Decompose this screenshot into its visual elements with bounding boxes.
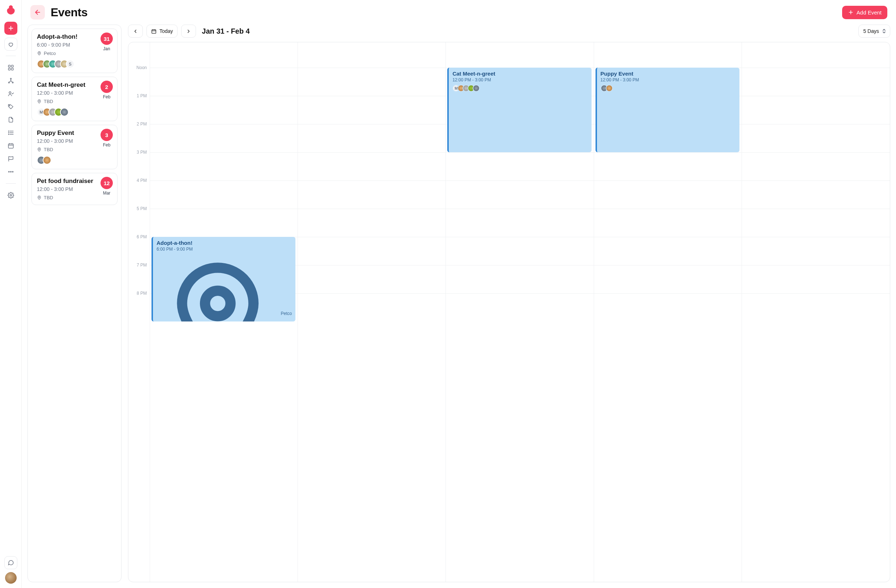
list-icon bbox=[8, 129, 14, 136]
nav-calendar[interactable] bbox=[5, 139, 17, 152]
day-column[interactable]: Adopt-a-thon!6:00 PM - 9:00 PMPetcoS bbox=[150, 42, 298, 582]
svg-point-17 bbox=[39, 52, 40, 53]
cal-event-time: 12:00 PM - 3:00 PM bbox=[453, 78, 588, 82]
svg-point-11 bbox=[8, 134, 9, 135]
cal-event-title: Cat Meet-n-greet bbox=[453, 70, 588, 77]
calendar-prev-button[interactable] bbox=[128, 24, 143, 38]
svg-rect-3 bbox=[11, 69, 13, 70]
nav-tags[interactable] bbox=[5, 100, 17, 113]
location-pin-icon bbox=[37, 195, 41, 200]
cal-event-time: 6:00 PM - 9:00 PM bbox=[157, 247, 292, 252]
location-pin-icon bbox=[37, 147, 41, 152]
calendar-event[interactable]: Cat Meet-n-greet12:00 PM - 3:00 PMM bbox=[447, 68, 591, 152]
location-pin-icon bbox=[157, 253, 279, 321]
calendar-grid[interactable]: Noon1 PM2 PM3 PM4 PM5 PM6 PM7 PM8 PM Ado… bbox=[128, 42, 890, 582]
hour-label: 7 PM bbox=[137, 262, 147, 268]
calendar-icon bbox=[8, 142, 14, 149]
calendar-event[interactable]: Puppy Event12:00 PM - 3:00 PM bbox=[596, 68, 739, 152]
attendee-avatar bbox=[43, 156, 51, 165]
svg-point-7 bbox=[9, 91, 11, 93]
page-title: Events bbox=[50, 6, 87, 19]
svg-rect-21 bbox=[152, 30, 156, 33]
event-card[interactable]: Adopt-a-thon!6:00 - 9:00 PMPetco31JanS bbox=[32, 29, 117, 73]
nav-add-button[interactable] bbox=[5, 22, 17, 35]
event-card[interactable]: Puppy Event12:00 - 3:00 PMTBD3Feb bbox=[32, 125, 117, 169]
svg-point-13 bbox=[8, 171, 9, 172]
day-column[interactable]: Cat Meet-n-greet12:00 PM - 3:00 PMM bbox=[446, 42, 594, 582]
file-icon bbox=[8, 116, 14, 123]
day-column[interactable]: Puppy Event12:00 PM - 3:00 PM bbox=[594, 42, 742, 582]
attendee-avatar bbox=[606, 85, 613, 92]
add-event-label: Add Event bbox=[856, 9, 882, 15]
nav-chat-button[interactable] bbox=[5, 556, 17, 569]
hour-label: 2 PM bbox=[137, 122, 147, 126]
nav-heart-button[interactable] bbox=[5, 38, 17, 50]
events-list-panel: Adopt-a-thon!6:00 - 9:00 PMPetco31JanSCa… bbox=[27, 24, 122, 582]
grid-icon bbox=[8, 64, 14, 71]
event-card-location: TBD bbox=[44, 99, 53, 104]
hour-label: 6 PM bbox=[137, 234, 147, 239]
nav-user-avatar[interactable] bbox=[5, 572, 17, 583]
location-pin-icon bbox=[37, 51, 41, 56]
app-logo-icon bbox=[5, 5, 17, 16]
event-date-month: Jan bbox=[101, 46, 113, 51]
event-card[interactable]: Pet food fundraiser12:00 - 3:00 PMTBD12M… bbox=[32, 173, 117, 205]
event-date-day: 12 bbox=[101, 177, 113, 189]
nav-more[interactable] bbox=[5, 165, 17, 178]
calendar-event[interactable]: Adopt-a-thon!6:00 PM - 9:00 PMPetcoS bbox=[151, 237, 296, 321]
event-date-badge: 2Feb bbox=[101, 81, 113, 99]
event-date-day: 31 bbox=[101, 32, 113, 45]
calendar-toolbar: Today Jan 31 - Feb 4 5 Days bbox=[128, 24, 890, 38]
attendee-avatar bbox=[472, 85, 480, 92]
nav-network[interactable] bbox=[5, 74, 17, 87]
svg-point-20 bbox=[39, 197, 40, 198]
event-date-badge: 12Mar bbox=[101, 177, 113, 196]
hour-label: Noon bbox=[136, 65, 147, 70]
day-column[interactable] bbox=[742, 42, 890, 582]
calendar-today-button[interactable]: Today bbox=[146, 24, 178, 38]
nav-dashboard[interactable] bbox=[5, 61, 17, 74]
event-date-month: Mar bbox=[101, 190, 113, 196]
day-column[interactable] bbox=[298, 42, 446, 582]
svg-point-22 bbox=[205, 291, 231, 317]
svg-point-15 bbox=[12, 171, 13, 172]
attendee-avatar bbox=[60, 108, 69, 116]
user-check-icon bbox=[8, 90, 14, 97]
svg-rect-12 bbox=[8, 144, 14, 148]
svg-point-19 bbox=[39, 149, 40, 150]
attendee-avatar: S bbox=[66, 60, 75, 69]
cal-event-title: Adopt-a-thon! bbox=[157, 240, 292, 246]
event-date-month: Feb bbox=[101, 94, 113, 99]
event-card-location: Petco bbox=[44, 50, 56, 56]
svg-point-16 bbox=[10, 195, 12, 197]
nav-lists[interactable] bbox=[5, 126, 17, 139]
arrow-left-icon bbox=[34, 9, 41, 16]
event-card[interactable]: Cat Meet-n-greet12:00 - 3:00 PMTBD2FebM bbox=[32, 77, 117, 121]
calendar-view-select[interactable]: 5 Days bbox=[858, 24, 890, 38]
page-header: Events Add Event bbox=[22, 0, 896, 24]
svg-rect-2 bbox=[8, 69, 10, 70]
nav-files[interactable] bbox=[5, 113, 17, 126]
more-icon bbox=[8, 169, 14, 175]
hour-label: 5 PM bbox=[137, 206, 147, 211]
svg-point-18 bbox=[39, 101, 40, 102]
add-event-button[interactable]: Add Event bbox=[842, 6, 887, 19]
calendar-next-button[interactable] bbox=[181, 24, 196, 38]
event-card-location: TBD bbox=[44, 147, 53, 152]
nav-divider-2 bbox=[6, 183, 16, 184]
chevron-left-icon bbox=[133, 29, 138, 34]
svg-point-9 bbox=[8, 131, 9, 132]
nav-people[interactable] bbox=[5, 87, 17, 100]
back-button[interactable] bbox=[30, 5, 45, 20]
nav-settings-button[interactable] bbox=[5, 189, 17, 202]
svg-point-8 bbox=[9, 105, 10, 106]
plus-icon bbox=[848, 9, 854, 15]
event-date-badge: 31Jan bbox=[101, 32, 113, 51]
view-select-label: 5 Days bbox=[863, 28, 879, 34]
location-pin-icon bbox=[37, 99, 41, 104]
calendar-range-label: Jan 31 - Feb 4 bbox=[202, 27, 250, 35]
nav-reports[interactable] bbox=[5, 152, 17, 165]
tag-icon bbox=[8, 104, 14, 110]
cal-event-location: Petco bbox=[157, 253, 292, 321]
flag-icon bbox=[8, 155, 14, 162]
